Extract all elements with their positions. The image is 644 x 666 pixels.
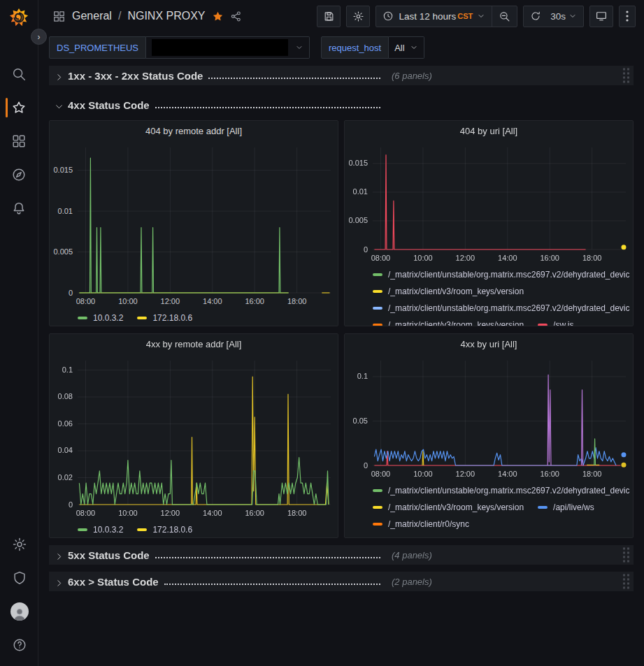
breadcrumb-title[interactable]: NGINX PROXY — [127, 10, 205, 22]
legend-row: 10.0.3.2172.18.0.6 — [78, 521, 335, 538]
legend-label: /_matrix/client/v3/room_keys/version — [388, 287, 524, 296]
chevron-down-icon — [477, 12, 485, 20]
sidebar-item-alerting[interactable] — [0, 191, 38, 225]
legend-row: /_matrix/client/r0/sync — [373, 516, 630, 533]
time-range-picker[interactable]: Last 12 hours CST — [376, 6, 492, 27]
refresh-button[interactable] — [524, 6, 548, 27]
legend-swatch — [538, 324, 548, 326]
legend-swatch — [373, 290, 382, 293]
row-5xx[interactable]: 5xx Status Code (4 panels) — [49, 545, 634, 565]
svg-text:0: 0 — [364, 245, 368, 254]
legend-label: 172.18.0.6 — [152, 525, 192, 535]
legend-item[interactable]: /api/live/ws — [538, 502, 594, 512]
svg-text:0.1: 0.1 — [62, 365, 73, 374]
row-panel-count: (4 panels) — [392, 550, 432, 560]
row-6xx[interactable]: 6xx > Status Code (2 panels) — [49, 572, 634, 591]
legend-label: /_matrix/client/v3/room_keys/version — [388, 502, 524, 512]
chart-canvas-404-remote-addr[interactable]: 08:0010:0012:0014:0016:0018:0000.0050.01… — [50, 142, 338, 308]
sidebar-item-server-admin[interactable] — [0, 561, 38, 595]
timezone-label: CST — [457, 12, 473, 20]
datasource-variable-dropdown[interactable] — [146, 36, 310, 59]
more-options-button[interactable] — [619, 6, 636, 27]
row-drag-handle[interactable] — [623, 548, 629, 563]
row-drag-handle[interactable] — [623, 574, 629, 589]
row-title: 4xx Status Code — [68, 99, 150, 111]
legend-item[interactable]: /sw.js — [538, 320, 573, 326]
legend-row: 10.0.3.2172.18.0.6 — [78, 310, 335, 326]
legend-row: /_matrix/client/unstable/org.matrix.msc2… — [373, 266, 630, 283]
legend-swatch — [373, 523, 382, 526]
sidebar-item-dashboards[interactable] — [0, 124, 38, 158]
save-dashboard-button[interactable] — [317, 6, 341, 27]
share-icon[interactable] — [230, 10, 242, 22]
chevron-down-icon — [568, 12, 577, 20]
row-dotted-leader — [208, 78, 380, 79]
sidebar-item-explore[interactable] — [0, 158, 38, 191]
row-4xx[interactable]: 4xx Status Code — [49, 95, 634, 115]
legend-item[interactable]: 172.18.0.6 — [137, 525, 192, 535]
svg-text:0.01: 0.01 — [353, 187, 368, 196]
legend-item[interactable]: /_matrix/client/unstable/org.matrix.msc2… — [373, 303, 630, 313]
svg-text:0.06: 0.06 — [58, 419, 73, 428]
sidebar-item-profile[interactable] — [0, 595, 38, 628]
chart-canvas-4xx-uri[interactable]: 08:0010:0012:0014:0016:0018:0000.050.1 — [345, 355, 633, 481]
legend-item[interactable]: /_matrix/client/v3/room_keys/version — [373, 287, 524, 296]
clock-icon — [382, 10, 394, 22]
row-title: 5xx Status Code — [68, 549, 150, 561]
panel-title[interactable]: 404 by uri [All] — [345, 121, 633, 142]
chevron-down-icon — [410, 43, 418, 52]
chart-legend: 10.0.3.2172.18.0.6 — [50, 308, 338, 326]
panel-4xx-by-remote-addr: 4xx by remote addr [All] 08:0010:0012:00… — [49, 333, 338, 538]
legend-item[interactable]: 172.18.0.6 — [137, 313, 192, 323]
legend-item[interactable]: /_matrix/client/v3/room_keys/version — [373, 502, 524, 512]
svg-text:0.015: 0.015 — [53, 166, 73, 174]
svg-text:16:00: 16:00 — [540, 470, 559, 478]
dashboard-canvas: 1xx - 3xx - 2xx Status Code (6 panels) 4… — [38, 63, 644, 666]
sidebar-item-starred[interactable] — [0, 91, 38, 124]
refresh-interval-dropdown[interactable]: 30s — [548, 6, 583, 27]
legend-item[interactable]: /_matrix/client/unstable/org.matrix.msc2… — [373, 486, 630, 495]
legend-item[interactable]: 10.0.3.2 — [78, 525, 123, 535]
tv-mode-button[interactable] — [589, 6, 613, 27]
row-drag-handle[interactable] — [623, 68, 629, 83]
help-icon — [12, 637, 27, 653]
row-1xx-3xx-2xx[interactable]: 1xx - 3xx - 2xx Status Code (6 panels) — [49, 66, 634, 85]
request-host-variable-label: request_host — [321, 36, 389, 59]
dashboards-grid-icon — [11, 133, 27, 149]
legend-item[interactable]: /_matrix/client/v3/room_keys/version — [373, 320, 524, 326]
panel-title[interactable]: 404 by remote addr [All] — [50, 121, 338, 142]
legend-label: /_matrix/client/unstable/org.matrix.msc2… — [388, 486, 630, 495]
sidebar-item-search[interactable] — [0, 57, 38, 91]
panel-title[interactable]: 4xx by uri [All] — [345, 334, 633, 355]
legend-item[interactable]: /_matrix/client/r0/sync — [373, 519, 469, 529]
panel-title[interactable]: 4xx by remote addr [All] — [50, 334, 338, 355]
legend-item[interactable]: /_matrix/client/unstable/org.matrix.msc2… — [373, 536, 630, 538]
panel-404-by-uri: 404 by uri [All] 08:0010:0012:0014:0016:… — [344, 120, 634, 326]
svg-text:18:00: 18:00 — [287, 297, 307, 305]
dashboard-variables-bar: DS_PROMETHEUS request_host All — [38, 32, 644, 63]
legend-item[interactable]: 10.0.3.2 — [78, 313, 123, 323]
dashboard-settings-button[interactable] — [346, 6, 370, 27]
datasource-variable-value-redacted — [152, 39, 288, 56]
request-host-variable-dropdown[interactable]: All — [389, 36, 424, 59]
legend-item[interactable]: /_matrix/client/unstable/org.matrix.msc2… — [373, 270, 630, 280]
chart-canvas-4xx-remote-addr[interactable]: 08:0010:0012:0014:0016:0018:0000.020.040… — [50, 355, 338, 520]
sidebar-item-configuration[interactable] — [0, 528, 38, 561]
legend-row: /_matrix/client/unstable/org.matrix.msc2… — [373, 533, 630, 538]
legend-label: /_matrix/client/r0/sync — [388, 519, 469, 529]
chevron-right-icon — [55, 552, 64, 561]
zoom-out-button[interactable] — [492, 6, 517, 27]
chart-canvas-404-uri[interactable]: 08:0010:0012:0014:0016:0018:0000.0050.01… — [345, 142, 633, 265]
breadcrumb-section[interactable]: General — [72, 10, 112, 22]
svg-text:0.05: 0.05 — [353, 417, 368, 425]
grafana-logo[interactable] — [8, 7, 29, 28]
favorite-star-icon[interactable] — [212, 10, 224, 22]
row-panel-count: (2 panels) — [392, 577, 432, 587]
chart-legend: 10.0.3.2172.18.0.6 — [50, 520, 338, 538]
sidebar-expand-button[interactable]: › — [31, 29, 47, 45]
svg-text:10:00: 10:00 — [413, 470, 433, 478]
sidebar-item-help[interactable] — [0, 628, 38, 662]
legend-label: /api/live/ws — [553, 502, 594, 512]
legend-swatch — [137, 528, 147, 531]
svg-text:0.005: 0.005 — [53, 247, 73, 256]
